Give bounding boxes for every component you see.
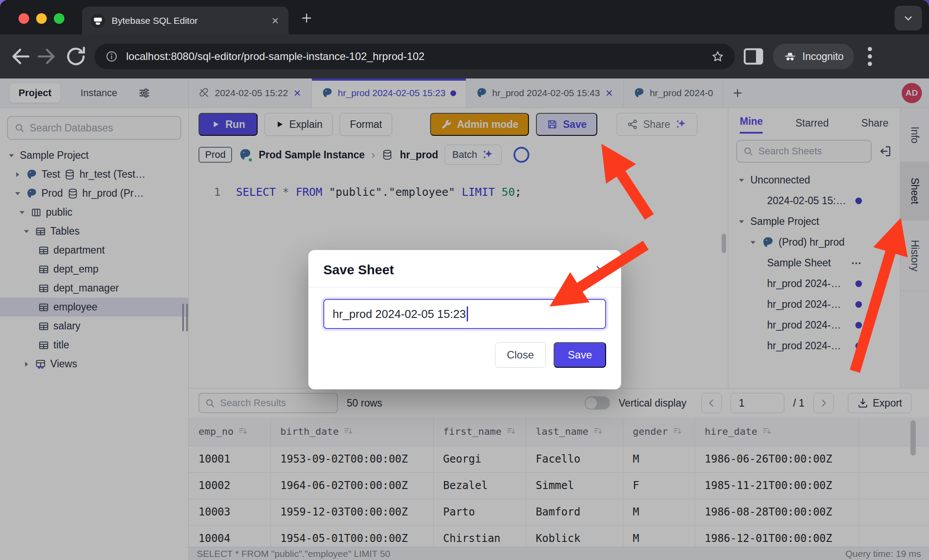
browser-tab-title: Bytebase SQL Editor — [112, 15, 264, 26]
macos-traffic-lights — [19, 13, 64, 24]
browser-tab[interactable]: Bytebase SQL Editor — [82, 7, 288, 34]
browser-tab-strip: Bytebase SQL Editor — [0, 0, 929, 34]
address-bar[interactable]: localhost:8080/sql-editor/prod-sample-in… — [94, 44, 735, 69]
close-icon[interactable] — [595, 264, 606, 276]
new-tab-button[interactable] — [300, 11, 313, 25]
bookmark-star-icon[interactable] — [711, 50, 724, 63]
site-info-icon[interactable] — [105, 50, 118, 63]
browser-toolbar: localhost:8080/sql-editor/prod-sample-in… — [0, 34, 929, 78]
incognito-badge: Incognito — [773, 44, 854, 69]
forward-button[interactable] — [34, 44, 58, 69]
incognito-label: Incognito — [802, 51, 843, 63]
save-sheet-modal: Save Sheet hr_prod 2024-02-05 15:23 Clos… — [308, 250, 621, 389]
chevron-down-icon — [903, 12, 914, 24]
modal-title: Save Sheet — [323, 262, 394, 277]
side-panel-icon[interactable] — [741, 44, 766, 69]
minimize-window-button[interactable] — [36, 13, 47, 24]
incognito-icon — [783, 50, 797, 63]
browser-menu-icon[interactable] — [858, 44, 882, 69]
close-tab-icon[interactable] — [271, 16, 280, 25]
tab-search-button[interactable] — [895, 6, 922, 30]
modal-close-button[interactable]: Close — [495, 342, 546, 368]
sheet-name-value: hr_prod 2024-02-05 15:23 — [333, 307, 466, 321]
modal-save-button[interactable]: Save — [554, 342, 606, 368]
reload-button[interactable] — [64, 44, 88, 69]
bytebase-favicon-icon — [91, 14, 105, 28]
sheet-name-input[interactable]: hr_prod 2024-02-05 15:23 — [323, 299, 606, 329]
zoom-window-button[interactable] — [54, 13, 64, 24]
text-cursor — [467, 306, 468, 321]
close-window-button[interactable] — [19, 13, 29, 24]
url-text[interactable]: localhost:8080/sql-editor/prod-sample-in… — [126, 50, 703, 63]
back-button[interactable] — [9, 44, 34, 69]
